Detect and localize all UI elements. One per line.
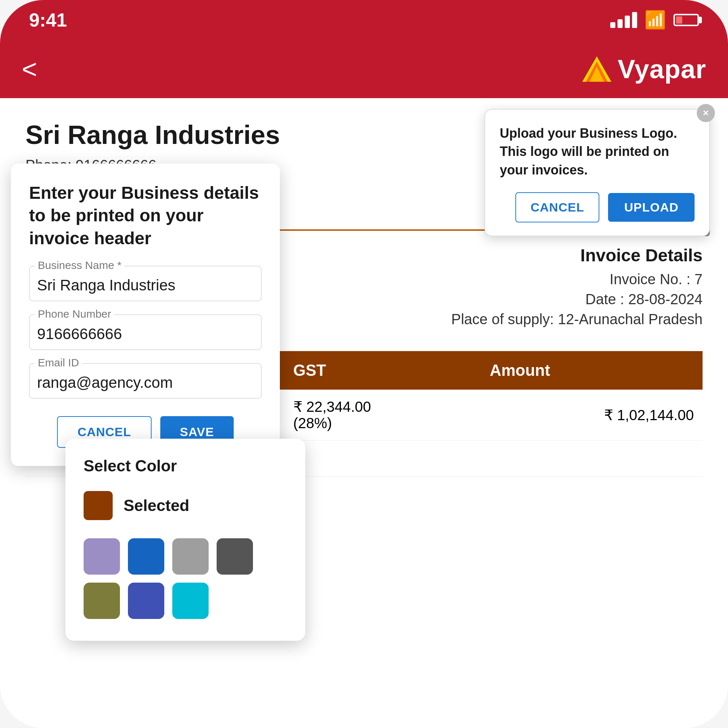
swatch-light-gray[interactable]	[172, 538, 209, 575]
email-label: Email ID	[35, 356, 82, 369]
phone-frame: 9:41 📶 < Vyapar Sri	[0, 0, 728, 728]
col-gst: GST	[284, 351, 481, 390]
place-of-supply: Place of supply: 12-Arunachal Pradesh	[451, 311, 702, 327]
upload-cancel-button[interactable]: CANCEL	[515, 192, 600, 222]
status-icons: 📶	[610, 10, 699, 30]
tooltip-text: Upload your Business Logo. This logo wil…	[500, 124, 694, 179]
business-name-label: Business Name *	[35, 259, 124, 272]
email-field-group: Email ID	[29, 363, 262, 399]
status-time: 9:41	[29, 9, 67, 31]
col-amount: Amount	[481, 351, 702, 390]
vyapar-logo-icon	[582, 57, 611, 82]
selected-color-label: Selected	[124, 497, 190, 515]
swatch-indigo[interactable]	[128, 583, 164, 619]
main-content: Sri Ranga Industries Phone: 9166666666 E…	[0, 98, 728, 728]
color-dialog: Select Color Selected	[66, 439, 305, 641]
tooltip-buttons: CANCEL UPLOAD	[500, 192, 694, 222]
swatch-lavender[interactable]	[84, 538, 120, 575]
invoice-details-box: Invoice Details Invoice No. : 7 Date : 2…	[451, 245, 702, 336]
swatch-cyan[interactable]	[172, 583, 209, 619]
business-name-field-group: Business Name *	[29, 266, 262, 301]
wifi-icon: 📶	[644, 10, 666, 30]
app-header: < Vyapar	[0, 40, 728, 98]
invoice-date: Date : 28-08-2024	[451, 291, 702, 307]
vyapar-logo: Vyapar	[582, 54, 706, 84]
swatch-dark-blue[interactable]	[128, 538, 164, 575]
dialog-title: Enter your Business details to be printe…	[29, 182, 262, 250]
app-name: Vyapar	[618, 54, 706, 84]
swatch-olive[interactable]	[84, 583, 120, 619]
signal-bars-icon	[610, 12, 637, 28]
battery-icon	[673, 14, 699, 26]
upload-logo-tooltip: × Upload your Business Logo. This logo w…	[485, 109, 710, 236]
cell-amount: ₹ 1,02,144.00	[481, 390, 702, 440]
phone-number-field-group: Phone Number	[29, 314, 262, 350]
invoice-number: Invoice No. : 7	[451, 271, 702, 288]
color-dialog-title: Select Color	[84, 457, 287, 475]
business-details-dialog: Enter your Business details to be printe…	[11, 164, 280, 466]
status-bar: 9:41 📶	[0, 0, 728, 40]
back-button[interactable]: <	[22, 56, 37, 82]
tooltip-close-button[interactable]: ×	[697, 104, 715, 122]
swatch-dark-gray[interactable]	[217, 538, 253, 575]
invoice-details-title: Invoice Details	[451, 245, 702, 265]
selected-color-swatch	[84, 491, 113, 520]
battery-fill	[676, 16, 682, 24]
selected-color-row: Selected	[84, 491, 287, 520]
cell-gst: ₹ 22,344.00(28%)	[284, 390, 481, 440]
phone-label: Phone Number	[35, 308, 114, 320]
upload-button[interactable]: UPLOAD	[608, 193, 694, 222]
color-swatches	[84, 538, 287, 619]
